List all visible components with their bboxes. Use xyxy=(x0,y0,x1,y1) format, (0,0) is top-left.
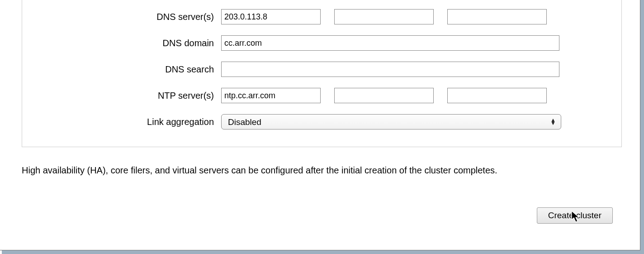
dns-search-input[interactable] xyxy=(221,62,559,77)
label-dns-search: DNS search xyxy=(31,64,221,75)
create-cluster-button[interactable]: Create cluster xyxy=(537,207,613,224)
info-note: High availability (HA), core filers, and… xyxy=(22,165,622,176)
link-aggregation-select[interactable]: Disabled xyxy=(221,114,561,129)
dns-server-input-2[interactable] xyxy=(334,9,434,24)
label-link-aggregation: Link aggregation xyxy=(31,117,221,127)
row-ntp-servers: NTP server(s) xyxy=(31,88,585,103)
row-dns-search: DNS search xyxy=(31,62,585,77)
row-dns-domain: DNS domain xyxy=(31,35,585,51)
label-dns-domain: DNS domain xyxy=(31,38,221,48)
ntp-server-input-3[interactable] xyxy=(447,88,547,103)
button-row: Create cluster xyxy=(22,207,622,224)
dns-server-input-3[interactable] xyxy=(447,9,547,24)
dns-server-input-1[interactable] xyxy=(221,9,321,24)
row-dns-servers: DNS server(s) xyxy=(31,9,585,24)
config-panel: DNS server(s) DNS domain DNS search xyxy=(22,0,622,147)
ntp-server-input-1[interactable] xyxy=(221,88,321,103)
label-dns-servers: DNS server(s) xyxy=(31,12,221,22)
label-ntp-servers: NTP server(s) xyxy=(31,91,221,101)
ntp-server-input-2[interactable] xyxy=(334,88,434,103)
dns-domain-input[interactable] xyxy=(221,35,559,51)
row-link-aggregation: Link aggregation Disabled ▲▼ xyxy=(31,114,585,129)
